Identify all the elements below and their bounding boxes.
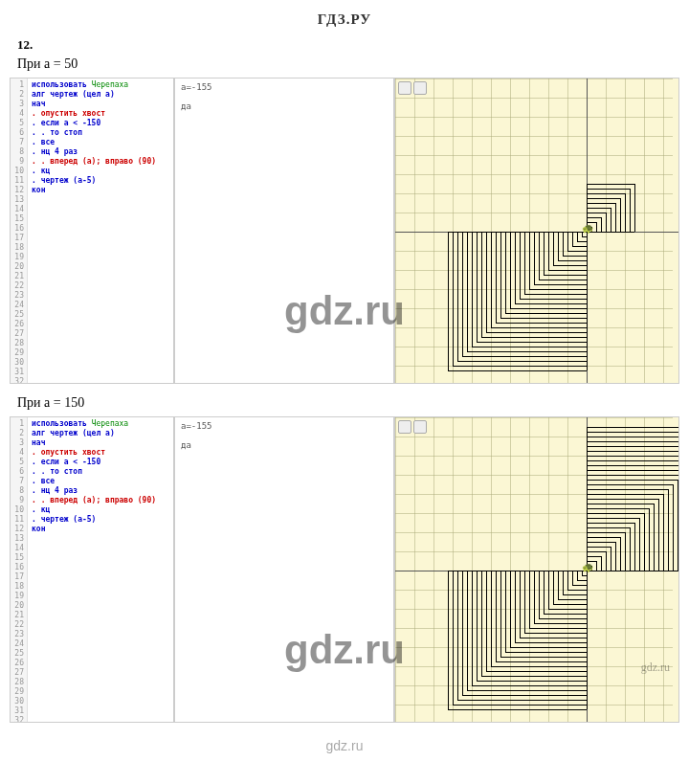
footer-watermark: gdz.ru: [0, 732, 689, 763]
values-pane: a=-155 да: [174, 416, 394, 723]
ide-block: 1 2 3 4 5 6 7 8 9 10 11 12 13 14 15 16 1…: [0, 78, 689, 393]
turtle-icon: 🐢: [582, 224, 591, 234]
task-number: 12.: [0, 34, 689, 55]
code-body: использовать Черепахаалг чертеж (цел а)н…: [28, 417, 160, 722]
canvas-tool-button[interactable]: [413, 81, 427, 95]
canvas-toolbar: [398, 81, 427, 95]
turtle-icon: 🐢: [582, 563, 591, 572]
ide-block: 1 2 3 4 5 6 7 8 9 10 11 12 13 14 15 16 1…: [0, 416, 689, 732]
canvas-toolbar: [398, 420, 427, 434]
page-title: ГДЗ.РУ: [0, 0, 689, 34]
code-editor[interactable]: 1 2 3 4 5 6 7 8 9 10 11 12 13 14 15 16 1…: [10, 416, 174, 723]
values-pane: a=-155 да: [174, 78, 394, 384]
turtle-canvas[interactable]: 🐢: [394, 78, 679, 384]
block-caption: При a = 150: [0, 393, 689, 416]
turtle-canvas[interactable]: 🐢: [394, 416, 679, 723]
line-number-gutter: 1 2 3 4 5 6 7 8 9 10 11 12 13 14 15 16 1…: [11, 417, 28, 722]
line-number-gutter: 1 2 3 4 5 6 7 8 9 10 11 12 13 14 15 16 1…: [11, 78, 28, 383]
code-body: использовать Черепахаалг чертеж (цел а)н…: [28, 78, 160, 383]
code-editor[interactable]: 1 2 3 4 5 6 7 8 9 10 11 12 13 14 15 16 1…: [10, 78, 174, 384]
canvas-tool-button[interactable]: [413, 420, 427, 434]
block-caption: При a = 50: [0, 55, 689, 78]
canvas-tool-button[interactable]: [398, 420, 411, 434]
canvas-tool-button[interactable]: [398, 81, 411, 95]
watermark-small: gdz.ru: [641, 661, 670, 675]
